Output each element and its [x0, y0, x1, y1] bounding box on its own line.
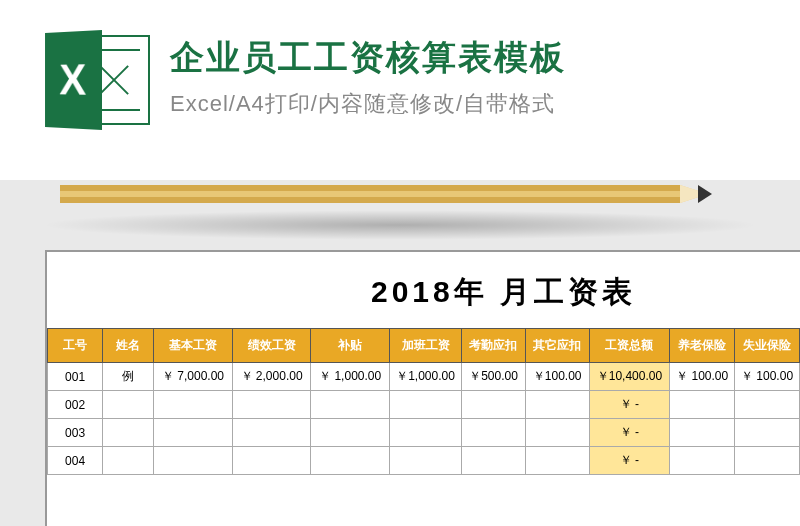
cell-id[interactable]: 002 — [48, 391, 103, 419]
cell-total[interactable]: ￥ - — [589, 391, 670, 419]
cell-ot[interactable] — [389, 419, 461, 447]
table-row[interactable]: 001 例 ￥ 7,000.00 ￥ 2,000.00 ￥ 1,000.00 ￥… — [48, 363, 800, 391]
page-title: 企业员工工资核算表模板 — [170, 35, 566, 81]
cell-pension[interactable] — [670, 447, 735, 475]
cell-att[interactable] — [462, 419, 526, 447]
shadow-divider — [40, 210, 760, 240]
pencil-icon — [60, 185, 750, 203]
cell-id[interactable]: 001 — [48, 363, 103, 391]
cell-pension[interactable]: ￥ 100.00 — [670, 363, 735, 391]
excel-icon-letter: X — [59, 55, 86, 104]
cell-perf[interactable] — [232, 391, 311, 419]
cell-other[interactable] — [525, 447, 589, 475]
cell-perf[interactable] — [232, 447, 311, 475]
cell-name[interactable] — [103, 447, 154, 475]
col-header-att: 考勤应扣 — [462, 329, 526, 363]
cell-other[interactable] — [525, 391, 589, 419]
cell-name[interactable] — [103, 391, 154, 419]
cell-name[interactable]: 例 — [103, 363, 154, 391]
cell-unemp[interactable] — [735, 447, 800, 475]
col-header-name: 姓名 — [103, 329, 154, 363]
col-header-base: 基本工资 — [154, 329, 233, 363]
cell-sub[interactable] — [311, 419, 390, 447]
cell-unemp[interactable]: ￥ 100.00 — [735, 363, 800, 391]
cell-total[interactable]: ￥10,400.00 — [589, 363, 670, 391]
cell-other[interactable] — [525, 419, 589, 447]
title-block: 企业员工工资核算表模板 Excel/A4打印/内容随意修改/自带格式 — [170, 30, 566, 119]
table-row[interactable]: 004 ￥ - — [48, 447, 800, 475]
spreadsheet-title: 2018年 月工资表 — [47, 252, 800, 328]
cell-ot[interactable]: ￥1,000.00 — [389, 363, 461, 391]
cell-name[interactable] — [103, 419, 154, 447]
cell-unemp[interactable] — [735, 419, 800, 447]
cell-pension[interactable] — [670, 391, 735, 419]
cell-att[interactable]: ￥500.00 — [462, 363, 526, 391]
col-header-perf: 绩效工资 — [232, 329, 311, 363]
cell-sub[interactable] — [311, 447, 390, 475]
cell-base[interactable] — [154, 447, 233, 475]
col-header-sub: 补贴 — [311, 329, 390, 363]
excel-icon-badge: X — [45, 30, 102, 130]
cell-base[interactable] — [154, 391, 233, 419]
table-row[interactable]: 002 ￥ - — [48, 391, 800, 419]
cell-unemp[interactable] — [735, 391, 800, 419]
cell-att[interactable] — [462, 391, 526, 419]
cell-perf[interactable] — [232, 419, 311, 447]
table-body: 001 例 ￥ 7,000.00 ￥ 2,000.00 ￥ 1,000.00 ￥… — [48, 363, 800, 475]
excel-icon: X — [40, 30, 150, 130]
cell-att[interactable] — [462, 447, 526, 475]
spreadsheet-area: 2018年 月工资表 工号 姓名 基本工资 绩效工资 补贴 加班工资 考勤应扣 … — [45, 250, 800, 526]
col-header-other: 其它应扣 — [525, 329, 589, 363]
cell-id[interactable]: 003 — [48, 419, 103, 447]
cell-total[interactable]: ￥ - — [589, 419, 670, 447]
cell-base[interactable]: ￥ 7,000.00 — [154, 363, 233, 391]
header-inner: X 企业员工工资核算表模板 Excel/A4打印/内容随意修改/自带格式 — [40, 30, 760, 130]
table-header-row: 工号 姓名 基本工资 绩效工资 补贴 加班工资 考勤应扣 其它应扣 工资总额 养… — [48, 329, 800, 363]
cell-pension[interactable] — [670, 419, 735, 447]
cell-ot[interactable] — [389, 391, 461, 419]
col-header-total: 工资总额 — [589, 329, 670, 363]
cell-id[interactable]: 004 — [48, 447, 103, 475]
cell-total[interactable]: ￥ - — [589, 447, 670, 475]
col-header-ot: 加班工资 — [389, 329, 461, 363]
table-row[interactable]: 003 ￥ - — [48, 419, 800, 447]
cell-perf[interactable]: ￥ 2,000.00 — [232, 363, 311, 391]
cell-base[interactable] — [154, 419, 233, 447]
col-header-pension: 养老保险 — [670, 329, 735, 363]
cell-sub[interactable]: ￥ 1,000.00 — [311, 363, 390, 391]
cell-sub[interactable] — [311, 391, 390, 419]
col-header-unemp: 失业保险 — [735, 329, 800, 363]
col-header-id: 工号 — [48, 329, 103, 363]
header-section: X 企业员工工资核算表模板 Excel/A4打印/内容随意修改/自带格式 — [0, 0, 800, 180]
page-subtitle: Excel/A4打印/内容随意修改/自带格式 — [170, 89, 566, 119]
cell-other[interactable]: ￥100.00 — [525, 363, 589, 391]
salary-table: 工号 姓名 基本工资 绩效工资 补贴 加班工资 考勤应扣 其它应扣 工资总额 养… — [47, 328, 800, 475]
cell-ot[interactable] — [389, 447, 461, 475]
